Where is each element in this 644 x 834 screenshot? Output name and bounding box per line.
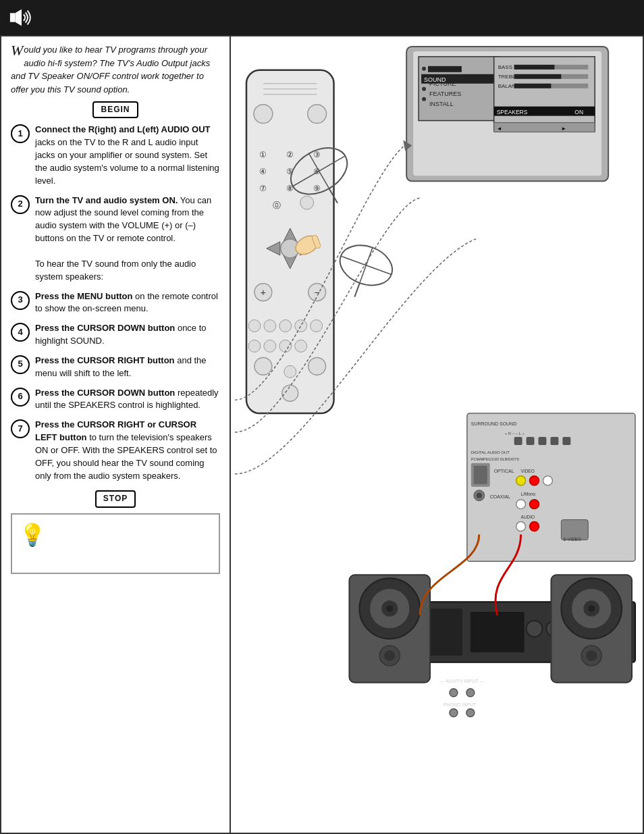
step-num-5: 5 [11, 355, 30, 374]
right-panel: PICTURE FEATURES INSTALL SOUND BASS TREB… [231, 36, 643, 833]
svg-text:SPEAKERS: SPEAKERS [497, 109, 528, 115]
svg-point-63 [264, 340, 276, 352]
step-num-7: 7 [11, 419, 30, 438]
svg-text:③: ③ [313, 150, 321, 159]
svg-text:⑦: ⑦ [259, 184, 267, 193]
svg-point-130 [450, 689, 458, 697]
stop-label: STOP [95, 490, 136, 507]
svg-text:INSTALL: INSTALL [429, 101, 454, 107]
svg-text:④: ④ [259, 167, 267, 176]
svg-point-91 [386, 605, 393, 612]
svg-text:①: ① [259, 150, 267, 159]
svg-point-60 [295, 320, 307, 332]
drop-cap: W [11, 43, 23, 58]
svg-point-119 [530, 476, 539, 486]
step-text-3: Press the MENU button on the remote cont… [35, 290, 220, 316]
svg-rect-107 [550, 437, 558, 445]
step-text-6: Press the CURSOR DOWN button repeatedly … [35, 387, 220, 413]
intro-text: Would you like to hear TV programs throu… [11, 43, 220, 96]
svg-text:COAXIAL: COAXIAL [490, 494, 510, 499]
svg-point-100 [586, 650, 597, 661]
svg-text:⑨: ⑨ [313, 184, 321, 193]
svg-text:►: ► [561, 126, 566, 132]
svg-text:— AUX/TV INPUT —: — AUX/TV INPUT — [440, 679, 484, 683]
svg-rect-24 [514, 84, 552, 88]
svg-point-115 [477, 493, 482, 498]
step-num-4: 4 [11, 323, 30, 342]
svg-line-79 [354, 283, 359, 297]
svg-point-36 [308, 105, 327, 124]
svg-marker-1 [16, 9, 22, 26]
svg-text:−: − [315, 287, 320, 298]
svg-point-118 [516, 476, 526, 486]
svg-point-125 [516, 522, 526, 531]
svg-rect-101 [467, 413, 635, 561]
step-7: 7 Press the CURSOR RIGHT or CURSOR LEFT … [11, 419, 220, 482]
svg-line-78 [341, 256, 392, 274]
svg-point-68 [308, 357, 326, 375]
svg-point-133 [450, 709, 458, 717]
svg-point-47 [300, 196, 314, 209]
svg-point-67 [284, 365, 296, 377]
begin-label: BEGIN [92, 101, 138, 118]
main-content: Would you like to hear TV programs throu… [0, 35, 644, 834]
bulb-icon: 💡 [19, 524, 46, 546]
svg-point-5 [422, 67, 426, 71]
step-3: 3 Press the MENU button on the remote co… [11, 290, 220, 316]
svg-text:+: + [261, 287, 266, 298]
svg-point-65 [295, 340, 307, 352]
svg-point-8 [422, 87, 426, 91]
svg-text:PCM/MPEG2/2D DLB/D/DTS: PCM/MPEG2/2D DLB/D/DTS [471, 457, 520, 461]
svg-rect-6 [428, 66, 462, 72]
stop-box: STOP [11, 490, 220, 507]
step-1: 1 Connect the R(ight) and L(eft) AUDIO O… [11, 124, 220, 187]
svg-text:+ R – – L +: + R – – L + [505, 432, 525, 436]
svg-point-66 [254, 357, 272, 375]
svg-text:FEATURES: FEATURES [429, 90, 461, 97]
svg-text:SOUND: SOUND [424, 76, 446, 83]
step-num-6: 6 [11, 388, 30, 407]
svg-rect-21 [514, 74, 562, 79]
step-4: 4 Press the CURSOR DOWN button once to h… [11, 322, 220, 348]
step-num-1: 1 [11, 124, 30, 143]
svg-rect-18 [514, 65, 555, 70]
svg-text:DIGITAL AUDIO OUT: DIGITAL AUDIO OUT [471, 450, 510, 454]
svg-point-122 [516, 500, 526, 509]
svg-text:②: ② [286, 150, 294, 159]
svg-point-98 [588, 605, 595, 612]
svg-point-131 [466, 689, 475, 697]
step-text-2: Turn the TV and audio system ON. You can… [35, 194, 220, 284]
svg-rect-82 [471, 612, 525, 652]
svg-text:BASS: BASS [498, 64, 512, 70]
svg-text:S-VIDEO: S-VIDEO [563, 537, 581, 542]
step-2: 2 Turn the TV and audio system ON. You c… [11, 194, 220, 284]
svg-point-57 [248, 320, 261, 332]
svg-text:SURROUND SOUND: SURROUND SOUND [471, 421, 516, 426]
svg-rect-28 [494, 123, 595, 132]
svg-text:L/Mono: L/Mono [521, 492, 536, 496]
svg-rect-112 [474, 466, 487, 484]
svg-point-62 [248, 340, 261, 352]
svg-point-64 [279, 340, 292, 352]
svg-rect-0 [10, 13, 16, 22]
step-6: 6 Press the CURSOR DOWN button repeatedl… [11, 387, 220, 413]
step-text-4: Press the CURSOR DOWN button once to hig… [35, 322, 220, 348]
svg-point-126 [530, 522, 539, 531]
svg-rect-105 [527, 437, 535, 445]
svg-point-59 [279, 320, 292, 332]
svg-point-9 [422, 97, 426, 101]
svg-point-69 [282, 385, 298, 401]
svg-point-123 [530, 500, 539, 509]
svg-point-61 [311, 320, 323, 332]
svg-text:⓪: ⓪ [273, 201, 281, 210]
step-text-5: Press the CURSOR RIGHT button and the me… [35, 355, 220, 380]
svg-point-93 [384, 650, 395, 661]
step-text-1: Connect the R(ight) and L(eft) AUDIO OUT… [35, 124, 220, 187]
svg-rect-106 [538, 437, 546, 445]
header-bar [0, 0, 644, 35]
svg-text:VIDEO: VIDEO [521, 469, 535, 473]
svg-rect-81 [425, 608, 462, 656]
svg-point-58 [264, 320, 276, 332]
svg-point-120 [543, 476, 552, 486]
svg-rect-104 [514, 437, 522, 445]
